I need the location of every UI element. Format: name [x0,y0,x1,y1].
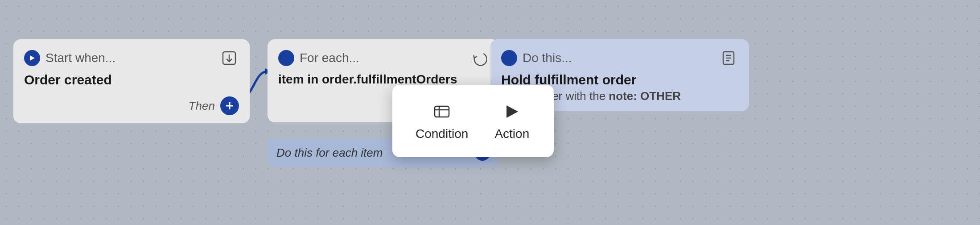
condition-label: Condition [416,127,468,141]
start-label: Start when... [45,51,115,65]
start-then-label: Then [189,99,215,113]
svg-rect-13 [435,106,449,117]
start-icon[interactable] [219,48,239,68]
foreach-connector [278,50,294,66]
foreach-body-prefix: item in [278,72,322,86]
start-node: Start when... Order created Then [13,39,250,123]
action-label: Action [494,127,529,141]
start-body: Order created [24,72,239,88]
svg-marker-2 [30,55,35,61]
foreach-icon[interactable] [469,48,489,68]
popup-condition-item[interactable]: Condition [403,94,481,148]
foreach-bottom-label: Do this for each item [276,146,383,160]
popup-menu: Condition Action [392,85,554,157]
start-add-button[interactable] [220,96,239,115]
dothis-label: Do this... [523,51,572,65]
action-icon [501,101,523,122]
start-connector [24,50,40,66]
svg-marker-16 [506,105,518,118]
dothis-icon[interactable] [719,48,738,68]
dothis-connector [501,50,517,66]
foreach-label: For each... [300,51,359,65]
foreach-body-bold: order.fulfillmentOrders [322,72,457,86]
popup-action-item[interactable]: Action [481,94,543,148]
condition-icon [431,101,453,122]
